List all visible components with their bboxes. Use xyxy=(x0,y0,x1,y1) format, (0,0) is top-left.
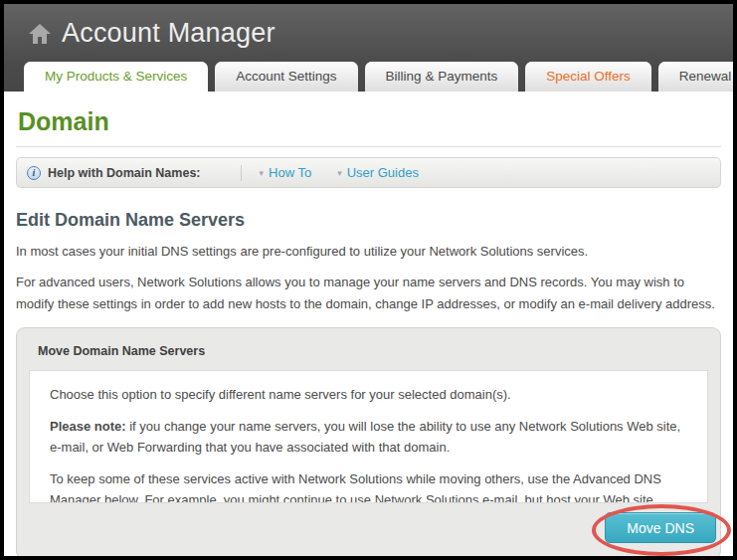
tab-label: Account Settings xyxy=(236,69,336,84)
vertical-divider xyxy=(241,165,242,181)
account-manager-window: { "header": { "title": "Account Manager"… xyxy=(0,0,737,560)
move-dns-button[interactable]: Move DNS xyxy=(605,512,716,543)
tab-label: Billing & Payments xyxy=(386,69,498,84)
intro-paragraph-2: For advanced users, Network Solutions al… xyxy=(16,272,721,314)
panel-paragraph-3: To keep some of these services active wi… xyxy=(50,469,687,504)
move-dns-panel: Move Domain Name Servers Choose this opt… xyxy=(16,327,721,560)
tab-billing-payments[interactable]: Billing & Payments xyxy=(365,62,519,92)
chevron-down-icon: ▾ xyxy=(260,168,265,178)
tab-label: Renewal Ce xyxy=(679,69,733,84)
intro-paragraph-1: In most cases your initial DNS settings … xyxy=(16,241,721,262)
info-icon: i xyxy=(27,166,41,180)
panel-body: Choose this option to specify different … xyxy=(29,370,708,503)
section-heading: Edit Domain Name Servers xyxy=(16,210,721,231)
chevron-down-icon: ▾ xyxy=(337,168,342,178)
panel-paragraph-1: Choose this option to specify different … xyxy=(50,385,687,406)
panel-paragraph-2-text: if you change your name servers, you wil… xyxy=(50,419,680,455)
tab-account-settings[interactable]: Account Settings xyxy=(215,62,357,92)
home-icon[interactable] xyxy=(28,23,52,45)
link-label: How To xyxy=(269,165,311,180)
link-label: User Guides xyxy=(347,165,419,180)
help-bar-label: Help with Domain Names: xyxy=(48,166,201,180)
tab-label: Special Offers xyxy=(546,69,631,84)
page-title: Domain xyxy=(18,107,723,136)
tab-label: My Products & Services xyxy=(45,69,187,84)
app-title: Account Manager xyxy=(62,18,276,49)
please-note-label: Please note: xyxy=(50,419,126,434)
tab-my-products-services[interactable]: My Products & Services xyxy=(24,62,208,92)
help-bar: i Help with Domain Names: ▾ How To ▾ Use… xyxy=(16,157,721,188)
brand: Account Manager xyxy=(4,4,733,49)
tab-renewal-center[interactable]: Renewal Ce xyxy=(658,62,733,92)
tab-bar: My Products & Services Account Settings … xyxy=(24,62,733,92)
tab-special-offers[interactable]: Special Offers xyxy=(525,62,651,92)
main-content: Domain i Help with Domain Names: ▾ How T… xyxy=(4,107,733,560)
panel-title: Move Domain Name Servers xyxy=(29,328,708,370)
how-to-link[interactable]: ▾ How To xyxy=(260,165,312,180)
user-guides-link[interactable]: ▾ User Guides xyxy=(337,165,419,180)
divider xyxy=(16,146,721,147)
app-header: Account Manager My Products & Services A… xyxy=(4,4,733,92)
panel-paragraph-2: Please note: if you change your name ser… xyxy=(50,417,687,459)
